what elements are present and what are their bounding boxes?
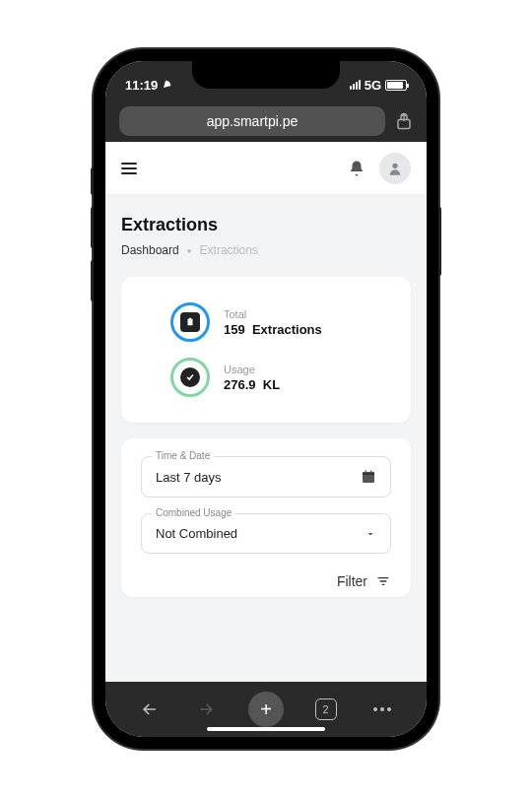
total-icon-ring [170, 302, 210, 342]
browser-bar: app.smartpi.pe [105, 100, 427, 142]
phone-frame: 11:19 5G app.smartpi.pe [94, 49, 438, 749]
network-label: 5G [365, 78, 381, 93]
time-date-field[interactable]: Time & Date Last 7 days [141, 456, 391, 498]
stat-total: Total 159 Extractions [141, 295, 391, 350]
filter-icon [375, 573, 391, 589]
signal-icon [350, 80, 361, 90]
page-title: Extractions [121, 215, 411, 235]
stat-usage-unit: KL [263, 377, 280, 392]
url-bar[interactable]: app.smartpi.pe [119, 106, 385, 136]
time-date-value: Last 7 days [156, 470, 222, 485]
filter-label: Filter [337, 573, 367, 589]
stat-total-unit: Extractions [252, 322, 322, 337]
filter-button[interactable]: Filter [141, 569, 391, 589]
stats-card: Total 159 Extractions Usage [121, 277, 411, 423]
url-text: app.smartpi.pe [207, 113, 299, 129]
share-icon[interactable] [395, 112, 413, 130]
time-date-label: Time & Date [152, 450, 214, 461]
calendar-icon [361, 469, 376, 485]
breadcrumb-root[interactable]: Dashboard [121, 243, 179, 257]
breadcrumb-separator: ● [187, 246, 192, 255]
menu-button[interactable] [121, 163, 137, 174]
user-icon [387, 161, 403, 176]
svg-rect-7 [370, 470, 371, 473]
combined-usage-value: Not Combined [156, 526, 237, 541]
back-button[interactable] [135, 699, 165, 719]
tabs-button[interactable]: 2 [311, 698, 341, 720]
svg-rect-2 [188, 319, 193, 326]
svg-rect-6 [366, 470, 366, 473]
more-button[interactable] [367, 707, 397, 711]
filters-card: Time & Date Last 7 days Combined Usage N… [121, 438, 411, 597]
stat-usage-value: 276.9 [224, 377, 256, 392]
clipboard-icon [180, 312, 200, 332]
breadcrumb-current: Extractions [200, 243, 258, 257]
phone-side-buttons-left [91, 167, 94, 313]
stat-usage-label: Usage [224, 364, 280, 375]
notifications-icon[interactable] [348, 160, 366, 177]
breadcrumb: Dashboard ● Extractions [121, 243, 411, 257]
chevron-down-icon [365, 528, 376, 540]
phone-side-button-right [438, 207, 441, 276]
battery-icon [385, 80, 407, 91]
usage-icon-ring [170, 358, 210, 397]
page-content: Extractions Dashboard ● Extractions Tota… [105, 195, 427, 632]
combined-usage-field[interactable]: Combined Usage Not Combined [141, 513, 391, 554]
home-indicator[interactable] [207, 727, 325, 731]
combined-usage-label: Combined Usage [152, 507, 235, 518]
status-time: 11:19 [125, 78, 158, 93]
svg-rect-3 [189, 318, 192, 320]
forward-button[interactable] [191, 699, 221, 719]
new-tab-button[interactable]: + [248, 692, 284, 727]
svg-rect-5 [363, 472, 374, 475]
tab-count: 2 [315, 698, 337, 720]
app-header [105, 142, 427, 195]
avatar[interactable] [379, 153, 411, 184]
stat-total-label: Total [224, 308, 322, 320]
stat-total-value: 159 [224, 322, 245, 337]
svg-point-1 [392, 163, 397, 167]
phone-notch [192, 61, 340, 89]
location-icon [162, 80, 171, 90]
stat-usage: Usage 276.9 KL [141, 350, 391, 405]
check-circle-icon [180, 367, 200, 387]
